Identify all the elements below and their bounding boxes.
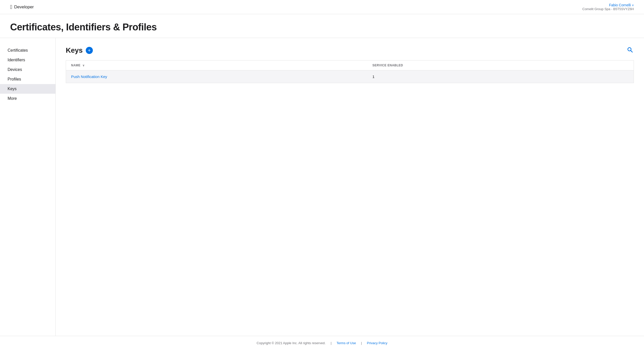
sidebar-item-certificates[interactable]: Certificates [0,46,55,55]
search-icon [627,47,633,53]
chevron-down-icon: ∨ [632,4,634,7]
page-header: Certificates, Identifiers & Profiles [0,14,644,38]
top-nav:  Developer Fabio Cornelli ∨ Comelit Gro… [0,0,644,14]
developer-label: Developer [14,5,34,10]
org-name: Comelit Group Spa - B5T5SVYZ6H [582,7,634,11]
keys-title-row: Keys + [66,46,93,54]
keys-table: NAME ∨ SERVICE ENABLED Push Notification… [66,60,634,83]
nav-brand:  Developer [10,4,34,10]
table-body: Push Notification Key 1 [66,70,634,83]
footer-copyright: Copyright © 2021 Apple Inc. All rights r… [257,341,326,345]
page-title: Certificates, Identifiers & Profiles [10,22,634,33]
add-key-button[interactable]: + [86,47,93,54]
footer-divider-2: | [361,341,362,345]
user-name-text: Fabio Cornelli [609,3,631,7]
footer: Copyright © 2021 Apple Inc. All rights r… [0,336,644,350]
user-name-link[interactable]: Fabio Cornelli ∨ [582,3,634,7]
service-enabled-cell: 1 [367,70,634,83]
sidebar: Certificates Identifiers Devices Profile… [0,38,56,336]
keys-title: Keys [66,46,83,54]
sidebar-item-profiles[interactable]: Profiles [0,74,55,84]
sidebar-item-keys[interactable]: Keys [0,84,55,94]
search-button[interactable] [626,46,634,55]
key-name-cell: Push Notification Key [66,70,368,83]
content-area: Keys + NAME ∨ SERVICE ENABLED [56,38,644,336]
user-info: Fabio Cornelli ∨ Comelit Group Spa - B5T… [582,3,634,11]
svg-line-1 [631,51,633,52]
keys-header: Keys + [66,46,634,55]
footer-divider-1: | [331,341,331,345]
sidebar-item-devices[interactable]: Devices [0,65,55,74]
privacy-policy-link[interactable]: Privacy Policy [367,341,388,345]
table-header: NAME ∨ SERVICE ENABLED [66,61,634,70]
column-header-service: SERVICE ENABLED [367,61,634,70]
key-name-link[interactable]: Push Notification Key [71,74,107,79]
sort-arrow-icon: ∨ [82,64,85,67]
terms-of-use-link[interactable]: Terms of Use [337,341,356,345]
sidebar-item-more[interactable]: More [0,94,55,103]
sidebar-item-identifiers[interactable]: Identifiers [0,55,55,65]
main-layout: Certificates Identifiers Devices Profile… [0,38,644,336]
apple-logo-icon:  [10,4,12,10]
column-header-name[interactable]: NAME ∨ [66,61,368,70]
table-row: Push Notification Key 1 [66,70,634,83]
